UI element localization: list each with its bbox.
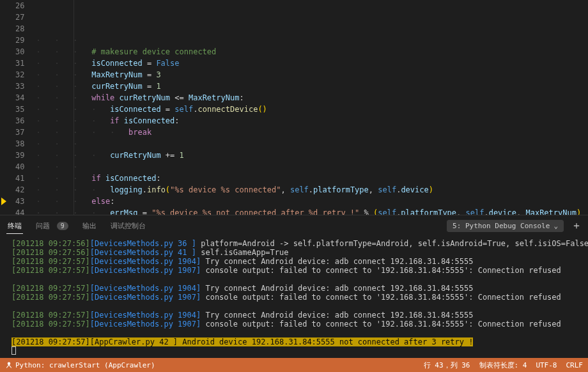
line-number: 28 xyxy=(15,23,24,35)
panel-tabs: 终端 问题 9 输出 调试控制台 5: Python Debug Console… xyxy=(0,215,588,236)
tab-terminal[interactable]: 终端 xyxy=(6,219,23,234)
status-encoding[interactable]: UTF-8 xyxy=(536,360,557,370)
line-number: 34 xyxy=(15,92,24,104)
editor-area: 26272829303132333435363738394041424344 ·… xyxy=(0,0,588,215)
code-line[interactable]: · · · # makesure device connected xyxy=(33,46,588,58)
line-number: 40 xyxy=(15,161,24,173)
status-eol[interactable]: CRLF xyxy=(566,360,584,370)
problems-count-badge: 9 xyxy=(57,222,68,230)
code-line[interactable]: · · · · if isConnected: xyxy=(33,115,588,127)
code-line[interactable]: · · · else: xyxy=(33,196,588,207)
code-line[interactable]: · · · xyxy=(33,35,588,46)
terminal-line xyxy=(12,302,582,311)
line-number-gutter[interactable]: 26272829303132333435363738394041424344 xyxy=(12,0,33,215)
line-number: 37 xyxy=(15,127,24,138)
code-line[interactable]: · · · · errMsg = "%s device %s not conne… xyxy=(33,207,588,215)
code-line[interactable]: · · · if isConnected: xyxy=(33,173,588,184)
debug-icon xyxy=(5,361,13,369)
line-number: 31 xyxy=(15,58,24,69)
status-indent[interactable]: 制表符长度: 4 xyxy=(479,360,527,370)
code-line[interactable]: · · · while curRetryNum <= MaxRetryNum: xyxy=(33,92,588,104)
panel: 终端 问题 9 输出 调试控制台 5: Python Debug Console… xyxy=(0,215,588,358)
terminal-line: [201218 09:27:57][DevicesMethods.py 1904… xyxy=(12,257,582,266)
terminal-selector-label: 5: Python Debug Console xyxy=(453,222,550,230)
code-line[interactable]: · · · curRetryNum = 1 xyxy=(33,81,588,92)
status-debug-target-label: Python: crawlerStart (AppCrawler) xyxy=(15,361,155,369)
terminal-line: [201218 09:27:57][DevicesMethods.py 1904… xyxy=(12,284,582,293)
line-number: 35 xyxy=(15,104,24,115)
code-line[interactable]: · · · xyxy=(33,161,588,173)
terminal-line: [201218 09:27:57][DevicesMethods.py 1907… xyxy=(12,293,582,302)
line-number: 38 xyxy=(15,138,24,150)
line-number: 27 xyxy=(15,12,24,23)
line-number: 26 xyxy=(15,0,24,12)
line-number: 42 xyxy=(15,184,24,196)
code-line[interactable]: · · · · logging.info("%s device %s conne… xyxy=(33,184,588,196)
tab-output[interactable]: 输出 xyxy=(81,219,98,233)
terminal-output[interactable]: [201218 09:27:56][DevicesMethods.py 36 ]… xyxy=(0,236,588,358)
terminal-line xyxy=(12,275,582,284)
code-line[interactable]: · · · · curRetryNum += 1 xyxy=(33,150,588,161)
code-line[interactable]: · · · MaxRetryNum = 3 xyxy=(33,69,588,81)
status-cursor-position[interactable]: 行 43，列 36 xyxy=(424,360,470,370)
line-number: 44 xyxy=(15,207,24,215)
code-editor[interactable]: · · · · · · # makesure device connected·… xyxy=(33,0,588,215)
status-debug-target[interactable]: Python: crawlerStart (AppCrawler) xyxy=(5,361,155,369)
tab-problems[interactable]: 问题 9 xyxy=(35,219,70,233)
new-terminal-icon[interactable]: ＋ xyxy=(571,219,582,233)
terminal-line: [201218 09:27:56][DevicesMethods.py 41 ]… xyxy=(12,248,582,257)
tab-problems-label: 问题 xyxy=(36,222,50,230)
line-number: 33 xyxy=(15,81,24,92)
terminal-line: [201218 09:27:57][DevicesMethods.py 1907… xyxy=(12,266,582,275)
line-number: 29 xyxy=(15,35,24,46)
terminal-line: [201218 09:27:56][DevicesMethods.py 36 ]… xyxy=(12,239,582,248)
terminal-line: [201218 09:27:57][DevicesMethods.py 1904… xyxy=(12,311,582,320)
code-line[interactable]: · · · · · break xyxy=(33,127,588,138)
terminal-cursor xyxy=(12,346,16,355)
code-line[interactable]: · · · xyxy=(33,138,588,150)
line-number: 41 xyxy=(15,173,24,184)
terminal-line xyxy=(12,329,582,337)
line-number: 32 xyxy=(15,69,24,81)
terminal-line: [201218 09:27:57][DevicesMethods.py 1907… xyxy=(12,320,582,329)
line-number: 30 xyxy=(15,46,24,58)
current-frame-icon xyxy=(1,198,6,205)
statusbar: Python: crawlerStart (AppCrawler) 行 43，列… xyxy=(0,358,588,372)
line-number: 43 xyxy=(15,196,24,207)
terminal-line: [201218 09:27:57][AppCrawler.py 42 ] And… xyxy=(12,337,582,346)
chevron-down-icon: ⌄ xyxy=(553,222,558,230)
line-number: 36 xyxy=(15,115,24,127)
tab-debug-console[interactable]: 调试控制台 xyxy=(109,219,147,233)
code-line[interactable]: · · · · isConnected = self.connectDevice… xyxy=(33,104,588,115)
terminal-selector[interactable]: 5: Python Debug Console ⌄ xyxy=(447,220,564,232)
code-line[interactable]: · · · isConnected = False xyxy=(33,58,588,69)
breakpoint-margin[interactable] xyxy=(0,0,12,215)
line-number: 39 xyxy=(15,150,24,161)
